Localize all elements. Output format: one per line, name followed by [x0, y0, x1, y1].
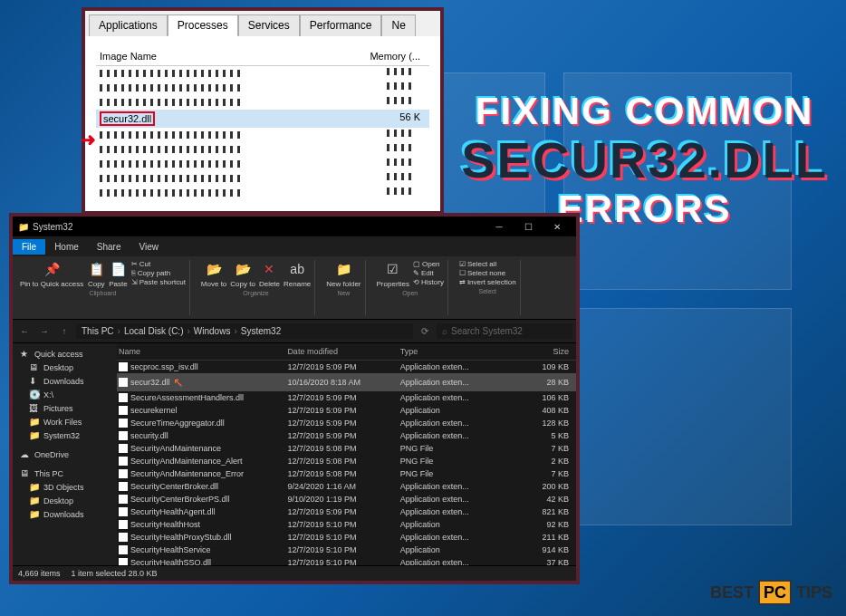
table-row[interactable]	[96, 95, 429, 110]
rename-button[interactable]: abRename	[284, 260, 311, 288]
tab-services[interactable]: Services	[238, 14, 300, 36]
file-row[interactable]: SecurityHealthSSO.dll12/7/2019 5:10 PMAp…	[117, 556, 576, 565]
moveto-button[interactable]: 📂Move to	[201, 260, 226, 288]
copyto-button[interactable]: 📂Copy to	[230, 260, 255, 288]
sidebar-item[interactable]: ⬇Downloads	[16, 374, 113, 388]
sidebar-this-pc[interactable]: 🖥This PC	[16, 467, 113, 480]
tab-performance[interactable]: Performance	[300, 14, 382, 36]
shortcut-icon: ⇲	[131, 278, 138, 286]
file-row[interactable]: SecurityHealthAgent.dll12/7/2019 5:09 PM…	[117, 505, 576, 518]
sidebar-item[interactable]: 💽X:\	[16, 388, 113, 401]
col-memory[interactable]: Memory (...	[341, 51, 430, 62]
copypath-button[interactable]: ⎘Copy path	[131, 269, 186, 277]
file-row[interactable]: SecurityHealthProxyStub.dll12/7/2019 5:1…	[117, 531, 576, 544]
status-bar: 4,669 items 1 item selected 28.0 KB	[13, 565, 576, 581]
file-row[interactable]: SecurityAndMaintenance_Error12/7/2019 5:…	[117, 467, 576, 480]
cut-button[interactable]: ✂Cut	[131, 260, 186, 268]
folder-icon: 📁	[29, 417, 40, 427]
col-size[interactable]: Size	[513, 347, 574, 356]
sidebar-item[interactable]: 📁System32	[16, 428, 113, 442]
up-button[interactable]: ↑	[56, 326, 72, 336]
pasteshortcut-button[interactable]: ⇲Paste shortcut	[131, 278, 186, 286]
breadcrumb-item[interactable]: This PC	[82, 326, 114, 336]
newfolder-button[interactable]: 📁New folder	[326, 260, 361, 288]
bg-pane	[563, 308, 792, 525]
breadcrumb[interactable]: This PC› Local Disk (C:)› Windows› Syste…	[76, 323, 413, 339]
file-row[interactable]: SecurityCenterBroker.dll9/24/2020 1:16 A…	[117, 480, 576, 493]
ribbon-group-clipboard: Clipboard	[89, 288, 116, 296]
delete-button[interactable]: ✕Delete	[259, 260, 280, 288]
copy-button[interactable]: 📋Copy	[87, 260, 105, 288]
table-row[interactable]	[96, 186, 429, 200]
file-row[interactable]: securekernel12/7/2019 5:09 PMApplication…	[117, 404, 576, 417]
sidebar-item[interactable]: 🖥Desktop	[16, 361, 113, 374]
edit-button[interactable]: ✎Edit	[413, 269, 444, 277]
table-row[interactable]	[96, 66, 429, 81]
table-row[interactable]	[96, 142, 429, 157]
file-row[interactable]: security.dll12/7/2019 5:09 PMApplication…	[117, 429, 576, 442]
search-input[interactable]: ⌕ Search System32	[437, 323, 572, 339]
paste-button[interactable]: 📄Paste	[109, 260, 127, 288]
file-row[interactable]: SecurityAndMaintenance12/7/2019 5:08 PMP…	[117, 442, 576, 455]
selected-file-row[interactable]: secur32.dll↖10/16/2020 8:18 AMApplicatio…	[117, 373, 576, 391]
sidebar-item[interactable]: 📁Work Files	[16, 415, 113, 428]
sidebar-quick-access[interactable]: ★Quick access	[16, 347, 113, 361]
tab-processes[interactable]: Processes	[168, 14, 238, 36]
file-row[interactable]: secproc.ssp_isv.dll12/7/2019 5:09 PMAppl…	[117, 361, 576, 373]
col-image-name[interactable]: Image Name	[96, 51, 341, 62]
col-date[interactable]: Date modified	[287, 347, 399, 356]
menu-share[interactable]: Share	[88, 239, 130, 255]
file-row[interactable]: SecureTimeAggregator.dll12/7/2019 5:09 P…	[117, 417, 576, 429]
breadcrumb-item[interactable]: Local Disk (C:)	[124, 326, 184, 336]
open-button[interactable]: ▢Open	[413, 260, 444, 268]
forward-button[interactable]: →	[36, 326, 53, 336]
ribbon-group-open: Open	[402, 288, 418, 296]
sidebar-item[interactable]: 📁3D Objects	[16, 480, 113, 494]
explorer-titlebar[interactable]: 📁 System32 ─ ☐ ✕	[13, 217, 576, 236]
sidebar-onedrive[interactable]: ☁OneDrive	[16, 448, 113, 461]
tab-networking[interactable]: Ne	[381, 14, 415, 36]
maximize-button[interactable]: ☐	[514, 222, 542, 232]
address-bar: ← → ↑ This PC› Local Disk (C:)› Windows›…	[13, 320, 576, 343]
highlighted-process-mem: 56 K	[341, 111, 430, 126]
taskman-headers: Image Name Memory (...	[96, 47, 429, 66]
file-explorer-window: 📁 System32 ─ ☐ ✕ File Home Share View 📌P…	[9, 213, 580, 584]
breadcrumb-item[interactable]: System32	[241, 326, 281, 336]
table-row[interactable]	[96, 128, 429, 142]
refresh-button[interactable]: ⟳	[417, 326, 433, 336]
back-button[interactable]: ←	[16, 326, 33, 336]
menu-view[interactable]: View	[130, 239, 168, 255]
invert-icon: ⇄	[459, 278, 466, 286]
file-row[interactable]: SecurityHealthHost12/7/2019 5:10 PMAppli…	[117, 518, 576, 531]
close-button[interactable]: ✕	[543, 222, 571, 232]
selectall-button[interactable]: ☑Select all	[459, 260, 516, 268]
table-row[interactable]	[96, 81, 429, 95]
sidebar-item[interactable]: 📁Desktop	[16, 494, 113, 507]
table-row[interactable]	[96, 157, 429, 171]
invertsel-button[interactable]: ⇄Invert selection	[459, 278, 516, 286]
breadcrumb-item[interactable]: Windows	[194, 326, 231, 336]
sidebar-item[interactable]: 🖼Pictures	[16, 401, 113, 415]
tab-applications[interactable]: Applications	[89, 14, 168, 36]
selected-info: 1 item selected 28.0 KB	[72, 569, 158, 578]
menu-file[interactable]: File	[13, 239, 45, 255]
table-row[interactable]	[96, 171, 429, 186]
col-name[interactable]: Name	[119, 347, 287, 356]
highlighted-process-row[interactable]: secur32.dll 56 K	[96, 110, 429, 128]
sidebar: ★Quick access 🖥Desktop⬇Downloads💽X:\🖼Pic…	[13, 343, 117, 565]
selectnone-icon: ☐	[459, 269, 466, 277]
col-type[interactable]: Type	[400, 347, 513, 356]
sidebar-item[interactable]: 📁Downloads	[16, 507, 113, 521]
file-row[interactable]: SecurityAndMaintenance_Alert12/7/2019 5:…	[117, 455, 576, 467]
file-row[interactable]: SecureAssessmentHandlers.dll12/7/2019 5:…	[117, 391, 576, 404]
minimize-button[interactable]: ─	[485, 222, 513, 232]
moveto-icon: 📂	[205, 260, 223, 278]
pin-button[interactable]: 📌Pin to Quick access	[20, 260, 83, 288]
arrow-icon: ➜	[81, 129, 96, 150]
file-row[interactable]: SecurityHealthService12/7/2019 5:10 PMAp…	[117, 544, 576, 556]
properties-button[interactable]: ☑Properties	[377, 260, 409, 288]
file-row[interactable]: SecurityCenterBrokerPS.dll9/10/2020 1:19…	[117, 493, 576, 505]
menu-home[interactable]: Home	[45, 239, 88, 255]
selectnone-button[interactable]: ☐Select none	[459, 269, 516, 277]
history-button[interactable]: ⟲History	[413, 278, 444, 286]
